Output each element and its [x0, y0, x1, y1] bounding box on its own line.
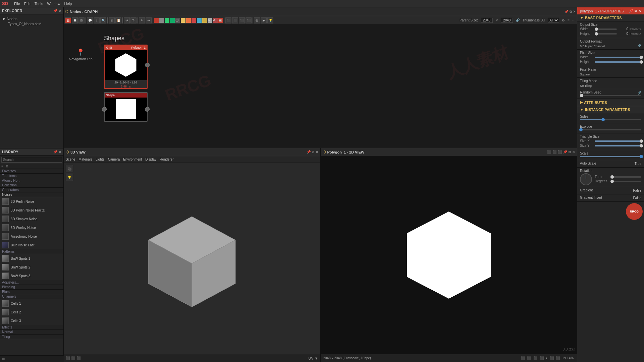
toolbar-green-icon[interactable]	[165, 18, 169, 23]
properties-close[interactable]: ✕	[638, 9, 641, 13]
menu-help[interactable]: Help	[64, 2, 72, 6]
toolbar-input-icon[interactable]: ↳	[139, 17, 145, 23]
degrees-thumb[interactable]	[610, 180, 614, 183]
instance-params-section[interactable]: ▼ INSTANCE PARAMETERS	[577, 106, 644, 113]
toolbar-img-icon[interactable]: ▣	[218, 18, 223, 23]
nodes-config-btn[interactable]: ⚙	[562, 18, 565, 22]
lib-item-3d-worley[interactable]: 3D Worley Noise	[0, 223, 63, 232]
parent-size-icon[interactable]: 🔗	[516, 18, 520, 22]
view-3d-bottom-btn1[interactable]: ⬛	[66, 356, 70, 360]
parent-size-val1[interactable]: 2048	[481, 18, 493, 23]
degrees-slider[interactable]	[611, 181, 641, 182]
output-height-thumb[interactable]	[595, 32, 598, 36]
explode-slider[interactable]	[580, 129, 641, 130]
toolbar-view-icon[interactable]: ▦	[65, 17, 71, 23]
sides-thumb[interactable]	[601, 118, 605, 121]
scale-slider[interactable]	[580, 156, 641, 157]
view-2d-btn2[interactable]: ⬛	[552, 150, 556, 154]
nodes-pin-btn[interactable]: 📌	[565, 10, 569, 14]
properties-pin[interactable]: 📌	[629, 9, 634, 13]
toolbar-snap-icon[interactable]: ⊡	[78, 17, 85, 23]
library-search-input[interactable]	[1, 157, 62, 163]
toolbar-light-icon[interactable]: A	[208, 18, 212, 23]
node-shape-connector[interactable]	[145, 107, 150, 112]
toolbar-paste-icon[interactable]: 📋	[115, 17, 121, 23]
view-2d-bottom-btn6[interactable]: ⬛	[550, 356, 554, 360]
toolbar-red-icon[interactable]	[154, 18, 159, 23]
nodes-layout-btn[interactable]: ≡	[568, 18, 570, 22]
library-filter-all[interactable]: ≡	[0, 164, 4, 169]
toolbar-info-icon[interactable]: ℹ	[94, 17, 100, 23]
view-3d-menu-display[interactable]: Display	[145, 158, 156, 161]
size-x-slider[interactable]	[595, 140, 641, 142]
lib-item-bnw3[interactable]: BnW Spots 3	[0, 272, 63, 280]
menu-window[interactable]: Window	[47, 2, 60, 6]
toolbar-output-icon[interactable]: ↪	[146, 17, 152, 23]
random-seed-slider[interactable]	[580, 95, 641, 96]
node-shape-output[interactable]: Shape	[104, 92, 148, 122]
size-y-thumb[interactable]	[640, 144, 643, 147]
view-2d-bottom-btn1[interactable]: ⬛	[521, 356, 525, 360]
view-2d-bottom-btn3[interactable]: ⬛	[533, 356, 537, 360]
library-pin-btn[interactable]: 📌	[53, 150, 57, 154]
lib-item-3d-perlin[interactable]: 3D Perlin Noise	[0, 197, 63, 206]
pixel-height-slider[interactable]	[595, 61, 641, 63]
view-2d-zoom[interactable]: 19.14%	[562, 356, 574, 360]
sides-slider[interactable]	[580, 119, 641, 120]
toolbar-play-icon[interactable]: ▶	[261, 17, 267, 23]
node-polygon1[interactable]: ⊙ ⊡ Polygon_1 2048x2048 - L16 2.46ms	[104, 45, 148, 89]
size-x-thumb[interactable]	[640, 139, 643, 143]
toolbar-red2-icon[interactable]	[192, 18, 196, 23]
toolbar-2dview-icon[interactable]: ⬛	[232, 17, 238, 23]
cam-icon-light[interactable]: 💡	[66, 174, 73, 181]
lib-item-cells3[interactable]: Cells 3	[0, 316, 63, 325]
toolbar-3dview-icon[interactable]: ⬛	[225, 17, 231, 23]
view-3d-bottom-uv[interactable]: UV ▼	[308, 356, 318, 360]
library-filter-icon[interactable]: ⊞	[4, 164, 10, 169]
toolbar-light2-icon[interactable]: 💡	[267, 17, 273, 23]
view-3d-menu-env[interactable]: Environment	[123, 158, 142, 161]
view-2d-bottom-btn5[interactable]: ℹ	[546, 356, 547, 360]
menu-file[interactable]: File	[14, 2, 20, 6]
toolbar-gold-icon[interactable]	[202, 18, 207, 23]
lib-item-aniso[interactable]: Anisotropic Noise	[0, 232, 63, 241]
random-seed-thumb[interactable]	[580, 94, 583, 97]
lib-item-bnw2[interactable]: BnW Spots 2	[0, 263, 63, 272]
explode-thumb[interactable]	[579, 128, 583, 131]
attributes-section[interactable]: ▶ ATTRIBUTES	[577, 99, 644, 106]
view-2d-btn1[interactable]: ⬛	[547, 150, 551, 154]
size-y-slider[interactable]	[595, 145, 641, 146]
scale-thumb[interactable]	[640, 155, 643, 158]
toolbar-zoom-icon[interactable]: 🔲	[72, 17, 78, 23]
node-shape-connector-left[interactable]	[102, 107, 107, 112]
toolbar-search-icon[interactable]: 🔍	[100, 17, 106, 23]
view-2d-bottom-btn7[interactable]: ⬛	[556, 356, 560, 360]
toolbar-green2-icon[interactable]	[170, 18, 175, 23]
view-3d-bottom-btn2[interactable]: ⬛	[71, 356, 75, 360]
explorer-close-btn[interactable]: ✕	[59, 9, 61, 13]
view-3d-menu-renderer[interactable]: Renderer	[160, 158, 174, 161]
menu-edit[interactable]: Edit	[24, 2, 31, 6]
toolbar-gray-icon[interactable]	[159, 18, 164, 23]
lib-item-cells1[interactable]: Cells 1	[0, 299, 63, 308]
output-height-slider[interactable]	[595, 33, 617, 35]
view-2d-close[interactable]: ✕	[572, 150, 575, 154]
toolbar-align-icon[interactable]: ⇄	[124, 17, 130, 23]
turns-slider[interactable]	[611, 176, 641, 178]
cam-icon-camera[interactable]: 🎥	[66, 165, 73, 172]
toolbar-comment-icon[interactable]: 💬	[87, 17, 93, 23]
output-width-slider[interactable]	[595, 28, 617, 30]
turns-thumb[interactable]	[610, 175, 614, 179]
nodes-close-btn[interactable]: ✕	[573, 10, 576, 14]
lib-item-cells2[interactable]: Cells 2	[0, 308, 63, 316]
explorer-nodes-item[interactable]: ▶ Nodes	[1, 16, 62, 21]
view-3d-pin[interactable]: 📌	[307, 150, 311, 154]
view-2d-bottom-btn4[interactable]: ⬛	[540, 356, 544, 360]
random-seed-link[interactable]: 🔗	[638, 91, 641, 95]
toolbar-shape-icon[interactable]: ⬡	[175, 18, 180, 23]
lib-item-bnw1[interactable]: BnW Spots 1	[0, 254, 63, 263]
rotation-dial[interactable]	[580, 173, 592, 185]
toolbar-align2-icon[interactable]: ⇅	[130, 17, 137, 23]
nodes-more-btn[interactable]: ⋯	[572, 18, 576, 22]
output-width-thumb[interactable]	[595, 27, 598, 31]
